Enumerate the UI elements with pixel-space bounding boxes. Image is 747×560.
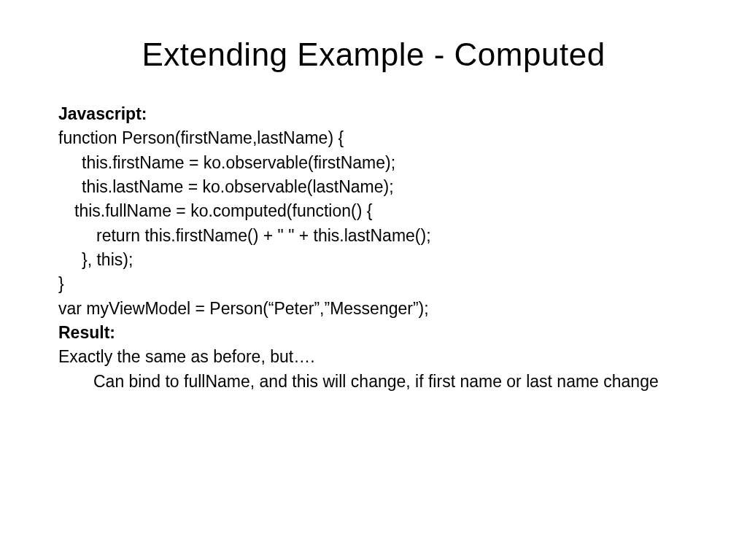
code-line: function Person(firstName,lastName) { [58,126,689,150]
code-line: }, this); [58,248,689,272]
code-line: this.lastName = ko.observable(lastName); [58,175,689,199]
code-line: this.fullName = ko.computed(function() { [58,199,689,223]
result-line: Can bind to fullName, and this will chan… [58,370,689,394]
slide-title: Extending Example - Computed [58,36,689,73]
code-line: var myViewModel = Person(“Peter”,”Messen… [58,297,689,321]
result-label: Result: [58,321,689,345]
code-line: } [58,272,689,296]
javascript-label: Javascript: [58,102,689,126]
code-line: this.firstName = ko.observable(firstName… [58,151,689,175]
code-line: return this.firstName() + " " + this.las… [58,224,689,248]
result-line: Exactly the same as before, but…. [58,345,689,369]
slide-content: Javascript: function Person(firstName,la… [58,102,689,394]
